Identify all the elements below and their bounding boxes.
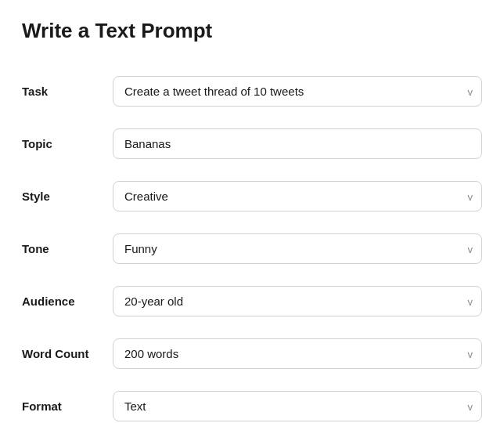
input-wrapper-audience: 20-year oldChildrenProfessionalsSeniorsv — [113, 286, 482, 316]
input-wrapper-tone: FunnySeriousInspirationalInformativev — [113, 233, 482, 264]
form-row-audience: Audience20-year oldChildrenProfessionals… — [22, 275, 482, 327]
form-row-task: TaskCreate a tweet thread of 10 tweetsWr… — [22, 65, 482, 118]
input-wrapper-topic — [113, 128, 482, 159]
form-row-tone: ToneFunnySeriousInspirationalInformative… — [22, 222, 482, 275]
form-row-word-count: Word Count200 words100 words300 words500… — [22, 327, 482, 380]
input-wrapper-format: TextHTMLMarkdownJSONv — [113, 391, 482, 421]
input-wrapper-task: Create a tweet thread of 10 tweetsWrite … — [113, 76, 482, 107]
label-audience: Audience — [22, 294, 100, 309]
form-row-style: StyleCreativeFormalCasualProfessionalv — [22, 170, 482, 222]
page-title: Write a Text Prompt — [22, 19, 482, 43]
select-tone[interactable]: FunnySeriousInspirationalInformative — [113, 233, 482, 264]
label-style: Style — [22, 189, 100, 204]
select-format[interactable]: TextHTMLMarkdownJSON — [113, 391, 482, 421]
input-wrapper-word-count: 200 words100 words300 words500 wordsv — [113, 338, 482, 369]
input-wrapper-style: CreativeFormalCasualProfessionalv — [113, 181, 482, 212]
label-tone: Tone — [22, 241, 100, 257]
select-style[interactable]: CreativeFormalCasualProfessional — [113, 181, 482, 212]
input-topic[interactable] — [113, 128, 482, 159]
label-format: Format — [22, 399, 100, 414]
form-row-format: FormatTextHTMLMarkdownJSONv — [22, 380, 482, 423]
label-topic: Topic — [22, 136, 100, 152]
label-task: Task — [22, 84, 100, 99]
label-word-count: Word Count — [22, 346, 100, 362]
select-audience[interactable]: 20-year oldChildrenProfessionalsSeniors — [113, 286, 482, 316]
select-task[interactable]: Create a tweet thread of 10 tweetsWrite … — [113, 76, 482, 107]
form-container: TaskCreate a tweet thread of 10 tweetsWr… — [22, 65, 482, 423]
form-row-topic: Topic — [22, 118, 482, 170]
select-word-count[interactable]: 200 words100 words300 words500 words — [113, 338, 482, 369]
